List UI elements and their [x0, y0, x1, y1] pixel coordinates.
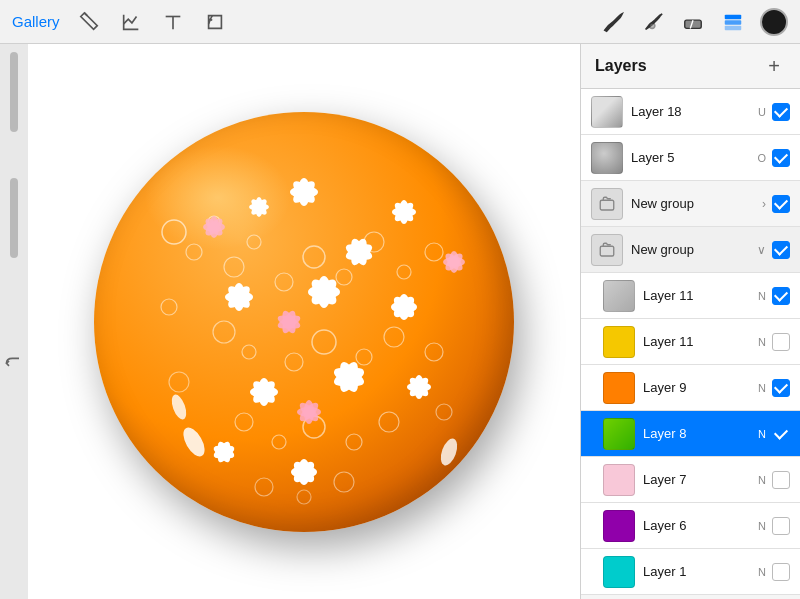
layers-list: Layer 18ULayer 5ONew group›New group∨Lay… [581, 89, 800, 599]
brush-tool-icon[interactable] [600, 9, 626, 35]
layer-visibility-newgroup1[interactable] [772, 195, 790, 213]
layer-visibility-layer11b[interactable] [772, 333, 790, 351]
svg-point-87 [351, 244, 367, 260]
svg-line-0 [84, 12, 87, 15]
layer-right-layer11b: N [758, 333, 790, 351]
svg-point-25 [384, 327, 404, 347]
svg-point-23 [312, 330, 336, 354]
layer-thumb-layer6 [603, 510, 635, 542]
brush-size-slider[interactable] [10, 52, 18, 132]
layer-visibility-newgroup2[interactable] [772, 241, 790, 259]
color-picker[interactable] [760, 8, 788, 36]
svg-point-18 [397, 265, 411, 279]
svg-point-10 [186, 244, 202, 260]
layer-thumb-newgroup1 [591, 188, 623, 220]
layer-visibility-layer1[interactable] [772, 563, 790, 581]
svg-rect-7 [725, 20, 742, 25]
layer-chevron-newgroup2[interactable]: ∨ [757, 243, 766, 257]
layer-item-layer11b[interactable]: Layer 11N [581, 319, 800, 365]
svg-point-16 [336, 269, 352, 285]
svg-point-117 [297, 465, 311, 479]
layer-thumb-layer5 [591, 142, 623, 174]
layer-item-layer8[interactable]: Layer 8N [581, 411, 800, 457]
svg-point-97 [340, 368, 358, 386]
layer-right-newgroup2: ∨ [757, 241, 790, 259]
layer-name-layer1: Layer 1 [643, 564, 750, 579]
layer-right-layer1: N [758, 563, 790, 581]
svg-point-57 [397, 205, 411, 219]
flower-5 [443, 250, 466, 273]
undo-button[interactable] [3, 354, 25, 376]
layer-visibility-layer11a[interactable] [772, 287, 790, 305]
svg-point-77 [282, 315, 296, 329]
svg-point-3 [649, 22, 655, 27]
layer-right-layer5: O [757, 149, 790, 167]
flower-15 [212, 439, 236, 463]
layer-mode-layer1: N [758, 566, 766, 578]
layer-name-newgroup2: New group [631, 242, 749, 257]
add-layer-button[interactable]: + [762, 54, 786, 78]
svg-point-47 [208, 221, 220, 233]
layer-mode-layer8: N [758, 428, 766, 440]
svg-point-13 [247, 235, 261, 249]
svg-point-35 [169, 372, 189, 392]
ball-decoration-svg [94, 112, 514, 532]
layer-visibility-layer18[interactable] [772, 103, 790, 121]
svg-point-26 [235, 413, 253, 431]
layer-name-newgroup1: New group [631, 196, 754, 211]
svg-point-14 [275, 273, 293, 291]
layer-visibility-layer5[interactable] [772, 149, 790, 167]
toolbar-right [600, 8, 788, 36]
layer-thumb-layer9 [603, 372, 635, 404]
svg-point-37 [436, 404, 452, 420]
layer-item-newgroup2[interactable]: New group∨ [581, 227, 800, 273]
layer-thumb-layer18 [591, 96, 623, 128]
text-tool-icon[interactable] [160, 9, 186, 35]
smudge-tool-icon[interactable] [640, 9, 666, 35]
layer-right-newgroup1: › [762, 195, 790, 213]
layer-thumb-layer1 [603, 556, 635, 588]
svg-point-9 [162, 220, 186, 244]
layers-tool-icon[interactable] [720, 9, 746, 35]
layer-item-layer1[interactable]: Layer 1N [581, 549, 800, 595]
flower-6 [225, 282, 253, 310]
layer-item-newgroup3[interactable]: New group› [581, 595, 800, 599]
svg-rect-122 [600, 246, 614, 256]
toolbar-left: Gallery [12, 9, 228, 35]
layer-item-newgroup1[interactable]: New group› [581, 181, 800, 227]
flower-3 [249, 197, 269, 217]
layer-item-layer7[interactable]: Layer 7N [581, 457, 800, 503]
layer-item-layer11a[interactable]: Layer 11N [581, 273, 800, 319]
svg-point-118 [179, 424, 209, 460]
layer-item-layer6[interactable]: Layer 6N [581, 503, 800, 549]
layer-visibility-layer9[interactable] [772, 379, 790, 397]
erase-tool-icon[interactable] [680, 9, 706, 35]
gallery-button[interactable]: Gallery [12, 13, 60, 30]
svg-point-20 [213, 321, 235, 343]
modify-tool-icon[interactable] [76, 9, 102, 35]
layer-visibility-layer8[interactable] [772, 425, 790, 443]
svg-point-22 [285, 353, 303, 371]
selection-tool-icon[interactable] [118, 9, 144, 35]
opacity-slider[interactable] [10, 178, 18, 258]
svg-point-42 [296, 184, 312, 200]
svg-point-62 [448, 256, 460, 268]
svg-point-29 [346, 434, 362, 450]
layer-visibility-layer7[interactable] [772, 471, 790, 489]
layer-right-layer8: N [758, 425, 790, 443]
orange-ball [94, 112, 514, 532]
layer-chevron-newgroup1[interactable]: › [762, 197, 766, 211]
flower-10 [344, 236, 374, 266]
flower-14 [407, 374, 431, 398]
layer-right-layer9: N [758, 379, 790, 397]
warp-tool-icon[interactable] [202, 9, 228, 35]
layer-visibility-layer6[interactable] [772, 517, 790, 535]
layers-title: Layers [595, 57, 647, 75]
layer-item-layer5[interactable]: Layer 5O [581, 135, 800, 181]
layer-item-layer18[interactable]: Layer 18U [581, 89, 800, 135]
flower-13 [297, 399, 321, 423]
flower-2 [203, 215, 226, 238]
toolbar: Gallery [0, 0, 800, 44]
layer-item-layer9[interactable]: Layer 9N [581, 365, 800, 411]
canvas-area [28, 44, 580, 599]
